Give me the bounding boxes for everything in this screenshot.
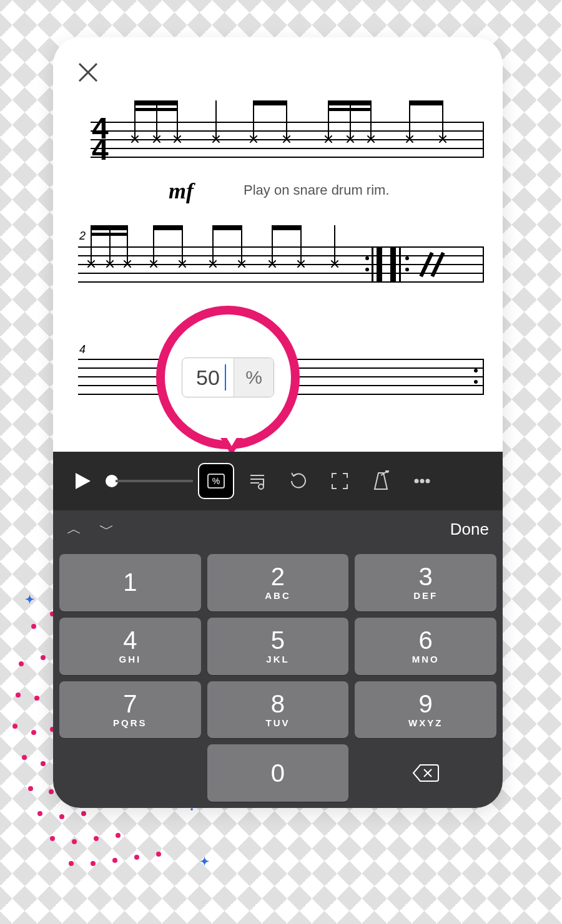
- keypad-5[interactable]: 5JKL: [207, 618, 349, 675]
- play-button[interactable]: [64, 463, 101, 499]
- staff-1: 4 4: [91, 122, 484, 158]
- svg-text:%: %: [212, 476, 220, 486]
- done-button[interactable]: Done: [450, 520, 489, 539]
- loop-button[interactable]: [280, 463, 317, 499]
- more-button[interactable]: [404, 463, 440, 499]
- staff-2: [78, 246, 484, 283]
- numeric-keypad: 1 2ABC 3DEF 4GHI 5JKL 6MNO 7PQRS 8TUV 9W…: [53, 548, 503, 808]
- keypad-1[interactable]: 1: [59, 554, 201, 611]
- svg-point-8: [259, 484, 264, 489]
- phone-frame: 4 4: [53, 37, 503, 808]
- progress-slider[interactable]: [106, 475, 193, 487]
- dynamic-marking: mf: [169, 178, 194, 204]
- keypad-8[interactable]: 8TUV: [207, 681, 349, 739]
- tempo-percent-button[interactable]: %: [198, 463, 234, 499]
- keypad-6[interactable]: 6MNO: [355, 618, 496, 675]
- keypad-backspace[interactable]: [355, 744, 496, 802]
- keypad-0[interactable]: 0: [207, 744, 349, 802]
- svg-point-11: [386, 470, 388, 472]
- sheet-music-area: 4 4: [53, 37, 503, 449]
- keypad-3[interactable]: 3DEF: [355, 554, 496, 611]
- tempo-percentage-input[interactable]: 50: [182, 358, 234, 397]
- bar-number-4: 4: [79, 343, 86, 356]
- playing-instruction: Play on snare drum rim.: [244, 182, 390, 198]
- percent-unit-label: %: [234, 358, 274, 397]
- svg-point-13: [421, 480, 424, 483]
- metronome-button[interactable]: [363, 463, 399, 499]
- keypad-4[interactable]: 4GHI: [59, 618, 201, 675]
- svg-marker-2: [76, 473, 91, 489]
- close-button[interactable]: [71, 55, 106, 90]
- keypad-7[interactable]: 7PQRS: [59, 681, 201, 739]
- next-field-button[interactable]: ﹀: [99, 519, 114, 539]
- keypad-9[interactable]: 9WXYZ: [355, 681, 496, 739]
- svg-point-12: [415, 480, 418, 483]
- svg-point-14: [426, 480, 430, 483]
- fullscreen-button[interactable]: [322, 463, 358, 499]
- keyboard-accessory-bar: ︿ ﹀ Done: [53, 510, 503, 548]
- prev-field-button[interactable]: ︿: [67, 519, 82, 539]
- playback-toolbar: %: [53, 452, 503, 510]
- keypad-2[interactable]: 2ABC: [207, 554, 349, 611]
- bar-number-2: 2: [79, 230, 86, 243]
- keypad-blank: [59, 744, 201, 802]
- mixer-button[interactable]: [239, 463, 275, 499]
- tempo-percentage-popup: 50 %: [156, 306, 300, 449]
